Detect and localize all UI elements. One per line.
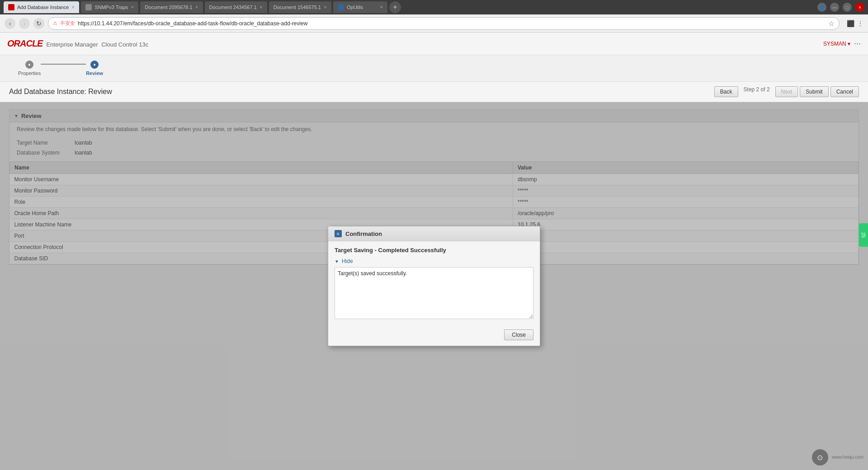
back-nav-button[interactable]: ‹ [5, 18, 15, 29]
wizard-steps: ● Properties ● Review [0, 55, 868, 82]
cancel-button[interactable]: Cancel [830, 86, 859, 97]
restore-button[interactable]: □ [843, 3, 852, 12]
dialog-icon-char: ≡ [337, 231, 340, 236]
more-options-icon[interactable]: ⋮ [857, 20, 863, 27]
tab-favicon-1 [8, 4, 14, 10]
tab-doc3[interactable]: Document 1546575.1 × [269, 1, 331, 13]
tab-doc1[interactable]: Document 2095678.1 × [140, 1, 203, 13]
em-text: Enterprise Manager Cloud Control 13c [46, 41, 148, 48]
action-buttons: Back Step 2 of 2 Next Submit Cancel [714, 86, 859, 97]
page-title: Add Database Instance: Review [9, 88, 714, 96]
close-button[interactable]: × [855, 3, 864, 12]
browser-frame: Add Database Instance × SNMPv3 Traps × D… [0, 0, 868, 470]
tab-close-3[interactable]: × [195, 4, 198, 10]
security-icon: ⚠ [53, 20, 57, 26]
bookmark-icon[interactable]: ☆ [829, 20, 835, 27]
reload-button[interactable]: ↻ [33, 18, 44, 29]
confirmation-dialog: ≡ Confirmation Target Saving - Completed… [328, 226, 540, 346]
new-tab-button[interactable]: + [389, 1, 401, 13]
tab-close-4[interactable]: × [259, 4, 263, 10]
dialog-title: Confirmation [345, 230, 382, 237]
tab-add-database-instance[interactable]: Add Database Instance × [4, 1, 79, 13]
modal-overlay: ≡ Confirmation Target Saving - Completed… [0, 102, 868, 470]
tab-favicon-6 [338, 4, 344, 10]
tab-label-3: Document 2095678.1 [145, 5, 192, 10]
tab-label-6: OpUtils [347, 5, 377, 10]
hide-label[interactable]: Hide [342, 258, 353, 264]
step-circle-properties: ● [25, 61, 33, 69]
oracle-header: ORACLE Enterprise Manager Cloud Control … [0, 33, 868, 55]
page-header: Add Database Instance: Review Back Step … [0, 82, 868, 102]
dialog-status: Target Saving - Completed Successfully [335, 247, 533, 254]
forward-nav-button[interactable]: › [19, 18, 30, 29]
browser-titlebar: Add Database Instance × SNMPv3 Traps × D… [0, 0, 868, 14]
watermark: ⊙ www.heiqu.com [812, 449, 863, 465]
tab-label-4: Document 2434567.1 [209, 5, 257, 10]
hide-triangle-icon: ▼ [335, 259, 339, 264]
user-icon-btn[interactable]: 👤 [817, 3, 826, 12]
tab-favicon-2 [85, 4, 92, 10]
extensions-icon[interactable]: ⬛ [847, 20, 854, 27]
dialog-icon: ≡ [335, 230, 342, 237]
dialog-body: Target Saving - Completed Successfully ▼… [328, 241, 540, 326]
step-properties[interactable]: ● Properties [18, 61, 41, 76]
tab-label-1: Add Database Instance [17, 5, 69, 10]
tab-close-6[interactable]: × [380, 4, 383, 10]
watermark-site: www.heiqu.com [832, 454, 863, 461]
toolbar-right: ⬛ ⋮ [847, 20, 863, 27]
tab-label-5: Document 1546575.1 [274, 5, 321, 10]
page-content: ORACLE Enterprise Manager Cloud Control … [0, 33, 868, 470]
dialog-close-button[interactable]: Close [504, 329, 533, 340]
tab-label-2: SNMPv3 Traps [94, 5, 128, 10]
dialog-hide-section: ▼ Hide [335, 258, 533, 264]
step-info: Step 2 of 2 [744, 86, 770, 97]
window-controls: 👤 — □ × [817, 3, 864, 12]
step-circle-review: ● [90, 61, 99, 69]
next-button[interactable]: Next [775, 86, 798, 97]
header-right: SYSMAN ▾ ··· [823, 39, 861, 48]
oracle-text: ORACLE [7, 38, 42, 49]
oracle-logo: ORACLE Enterprise Manager Cloud Control … [7, 38, 148, 49]
main-content: ▼ Review Review the changes made below f… [0, 102, 868, 470]
step-label-review: Review [86, 70, 103, 76]
watermark-icon: ⊙ [812, 449, 828, 465]
watermark-text: www.heiqu.com [832, 454, 863, 461]
header-menu-dots[interactable]: ··· [854, 39, 861, 48]
minimize-button[interactable]: — [830, 3, 839, 12]
user-menu-button[interactable]: SYSMAN ▾ [823, 41, 850, 47]
tab-close-5[interactable]: × [324, 4, 327, 10]
step-label-properties: Properties [18, 70, 41, 76]
step-connector [41, 64, 86, 65]
step-review[interactable]: ● Review [86, 61, 103, 76]
side-badge[interactable]: 25 [859, 223, 868, 247]
url-text: https://10.1.44.207/em/faces/db-oracle_d… [78, 20, 826, 27]
tab-doc2[interactable]: Document 2434567.1 × [205, 1, 267, 13]
back-button[interactable]: Back [714, 86, 738, 97]
tab-close-1[interactable]: × [71, 4, 75, 10]
tab-snmpv3[interactable]: SNMPv3 Traps × [81, 1, 138, 13]
submit-button[interactable]: Submit [800, 86, 828, 97]
address-bar[interactable]: ⚠ 不安全 https://10.1.44.207/em/faces/db-or… [48, 17, 840, 30]
dialog-content-area [335, 267, 533, 319]
security-label: 不安全 [60, 20, 75, 27]
dialog-header: ≡ Confirmation [328, 226, 540, 241]
dialog-footer: Close [328, 326, 540, 346]
tab-close-2[interactable]: × [131, 4, 134, 10]
browser-addressbar: ‹ › ↻ ⚠ 不安全 https://10.1.44.207/em/faces… [0, 14, 868, 33]
tab-oputils[interactable]: OpUtils × [333, 1, 387, 13]
